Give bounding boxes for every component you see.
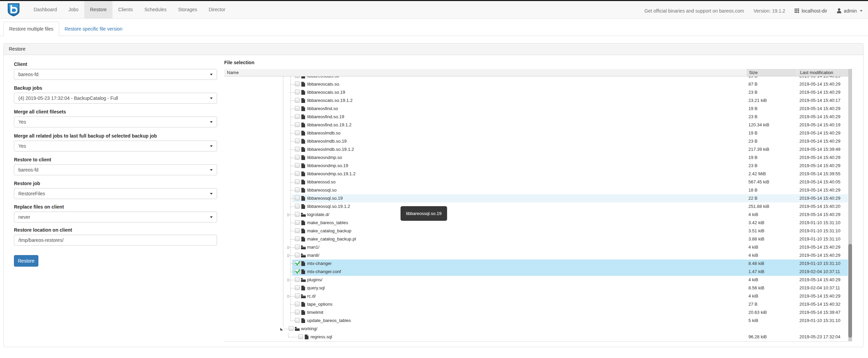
file-name[interactable]: rc.d/ xyxy=(307,292,316,300)
select-replace-files-on-client[interactable]: never xyxy=(14,212,217,222)
file-name[interactable]: libbareosfind.so.19.1.2 xyxy=(307,121,352,129)
select-restore-job[interactable]: RestoreFiles xyxy=(14,188,217,199)
nav-item-director[interactable]: Director xyxy=(203,1,231,18)
bareos-logo-icon[interactable] xyxy=(7,3,20,17)
row-checkbox[interactable] xyxy=(295,293,300,298)
select-merge-all-client-filesets[interactable]: Yes xyxy=(14,117,217,127)
file-name[interactable]: logrotate.d/ xyxy=(307,211,329,219)
expander-closed-icon[interactable] xyxy=(287,278,290,282)
nav-item-jobs[interactable]: Jobs xyxy=(63,1,85,18)
file-mtime: 2019-05-14 15:40:05 xyxy=(799,178,840,186)
file-name[interactable]: libbareossql.so.19 xyxy=(307,194,343,202)
folder-icon xyxy=(301,245,306,249)
file-name[interactable]: regress.sql xyxy=(311,333,332,341)
file-name[interactable]: query.sql xyxy=(307,284,325,292)
row-checkbox[interactable] xyxy=(295,277,300,282)
director-selector[interactable]: localhost-dir xyxy=(795,8,827,14)
row-checkbox[interactable] xyxy=(295,147,300,151)
expander-closed-icon[interactable] xyxy=(287,254,290,257)
input-restore-location-on-client[interactable]: /tmp/bareos-restores/ xyxy=(14,235,217,246)
restore-button[interactable]: Restore xyxy=(14,255,38,267)
field-label: Replace files on client xyxy=(14,204,217,210)
row-checkbox-checked[interactable] xyxy=(295,269,300,274)
file-name[interactable]: timelimit xyxy=(307,308,323,317)
row-checkbox[interactable] xyxy=(295,76,300,78)
tab-restore-multiple-files[interactable]: Restore multiple files xyxy=(3,22,59,36)
select-backup-jobs[interactable]: (4) 2019-05-23 17:32:04 - BackupCatalog … xyxy=(14,93,217,104)
row-checkbox[interactable] xyxy=(295,196,300,200)
file-name[interactable]: libbareoscats.so.19.1.2 xyxy=(307,96,353,105)
nav-item-storages[interactable]: Storages xyxy=(172,1,203,18)
file-name[interactable]: libbareosndmp.so.19.1.2 xyxy=(307,170,355,178)
support-link[interactable]: Get official binaries and support on bar… xyxy=(644,8,744,14)
row-checkbox[interactable] xyxy=(295,204,300,209)
file-name[interactable]: make_catalog_backup xyxy=(307,227,351,235)
file-name[interactable]: libbareosndmp.so xyxy=(307,154,342,162)
file-name[interactable]: make_catalog_backup.pl xyxy=(307,235,356,243)
file-name[interactable]: mtx-changer xyxy=(307,259,332,268)
file-name[interactable]: libbareoslmdb.so.19.1.2 xyxy=(307,145,354,154)
row-checkbox[interactable] xyxy=(295,187,300,192)
select-restore-to-client[interactable]: bareos-fd xyxy=(14,164,217,175)
expander-closed-icon[interactable] xyxy=(287,213,290,217)
row-checkbox[interactable] xyxy=(295,106,300,111)
row-checkbox-checked[interactable] xyxy=(295,261,300,266)
file-name[interactable]: mtx-changer.conf xyxy=(307,268,341,276)
file-name[interactable]: libbareosfind.so xyxy=(307,105,338,113)
row-checkbox[interactable] xyxy=(295,171,300,176)
expander-closed-icon[interactable] xyxy=(287,294,290,298)
row-checkbox[interactable] xyxy=(295,114,300,119)
select-client[interactable]: bareos-fd xyxy=(14,69,217,80)
row-checkbox[interactable] xyxy=(295,122,300,127)
file-name[interactable]: libbareosndmp.so.19 xyxy=(307,162,348,170)
file-name[interactable]: make_bareos_tables xyxy=(307,219,348,227)
tab-restore-specific-file-version[interactable]: Restore specific file version xyxy=(59,22,128,36)
file-name[interactable]: working/ xyxy=(301,325,317,333)
row-checkbox[interactable] xyxy=(295,139,300,143)
file-name[interactable]: libbareossd.so xyxy=(307,178,336,186)
row-checkbox[interactable] xyxy=(295,245,300,249)
row-checkbox[interactable] xyxy=(295,285,300,290)
file-name[interactable]: libbareoslmdb.so xyxy=(307,129,340,137)
file-name[interactable]: libbareosfind.so.19 xyxy=(307,113,344,121)
row-checkbox[interactable] xyxy=(295,318,300,323)
file-name[interactable]: update_bareos_tables xyxy=(307,317,351,325)
row-checkbox[interactable] xyxy=(295,228,300,233)
row-checkbox[interactable] xyxy=(295,236,300,241)
file-name[interactable]: plugins/ xyxy=(307,276,322,284)
nav-item-clients[interactable]: Clients xyxy=(112,1,139,18)
tree-scrollbar-thumb[interactable] xyxy=(848,244,852,338)
row-checkbox[interactable] xyxy=(295,82,300,86)
row-checkbox[interactable] xyxy=(295,212,300,217)
row-checkbox[interactable] xyxy=(295,310,300,315)
file-name[interactable]: man1/ xyxy=(307,243,319,251)
row-checkbox[interactable] xyxy=(289,326,294,331)
file-name[interactable]: man8/ xyxy=(307,251,319,259)
row-checkbox[interactable] xyxy=(298,334,303,339)
nav-item-restore[interactable]: Restore xyxy=(84,1,112,18)
row-checkbox[interactable] xyxy=(295,220,300,225)
expander-open-icon[interactable] xyxy=(280,327,283,331)
row-checkbox[interactable] xyxy=(295,98,300,103)
file-name[interactable]: tape_options xyxy=(307,300,332,308)
row-checkbox[interactable] xyxy=(295,130,300,135)
select-merge-all-related-jobs-to-last-full-backup-of-selected-backup-job[interactable]: Yes xyxy=(14,141,217,151)
nav-item-dashboard[interactable]: Dashboard xyxy=(28,1,63,18)
row-checkbox[interactable] xyxy=(295,155,300,160)
nav-item-schedules[interactable]: Schedules xyxy=(139,1,172,18)
file-name[interactable]: libbareossql.so xyxy=(307,186,337,194)
file-name[interactable]: libbareossql.so.19.1.2 xyxy=(307,202,350,211)
row-checkbox[interactable] xyxy=(295,302,300,306)
tree-scrollbar-track[interactable] xyxy=(848,69,852,341)
user-menu[interactable]: admin xyxy=(837,8,863,14)
file-name[interactable]: libbareoslmdb.so.19 xyxy=(307,137,347,145)
expander-closed-icon[interactable] xyxy=(287,246,290,249)
file-name[interactable]: libbareoscats.so xyxy=(307,76,339,80)
file-mtime: 2019-02-04 10:37:11 xyxy=(799,284,840,292)
row-checkbox[interactable] xyxy=(295,90,300,94)
row-checkbox[interactable] xyxy=(295,179,300,184)
row-checkbox[interactable] xyxy=(295,163,300,168)
file-name[interactable]: libbareoscats.so. xyxy=(307,80,340,88)
row-checkbox[interactable] xyxy=(295,253,300,257)
file-name[interactable]: libbareoscats.so.19 xyxy=(307,88,345,96)
